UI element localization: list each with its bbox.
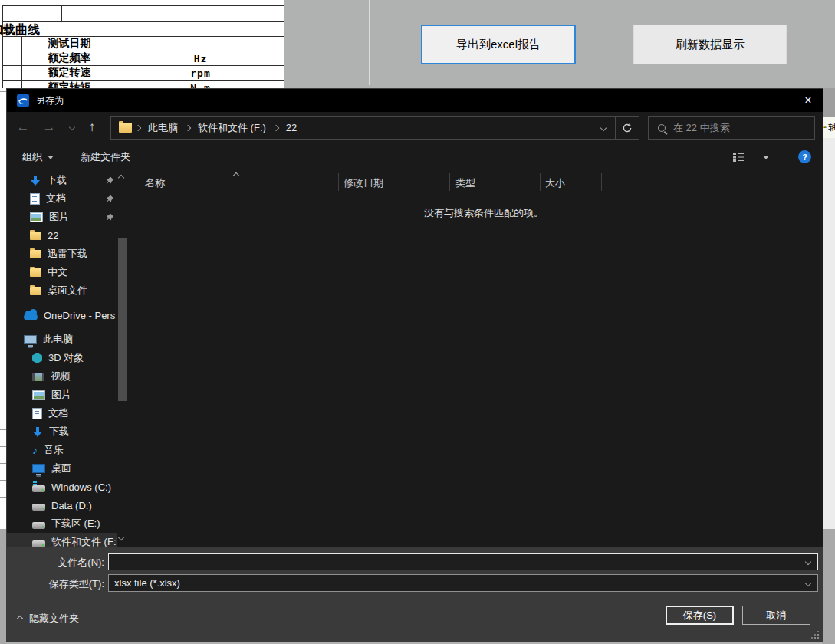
sidebar-item-label: 音乐 xyxy=(44,443,64,457)
search-box[interactable] xyxy=(648,116,815,140)
sheet-cell xyxy=(117,5,173,22)
refresh-icon[interactable] xyxy=(616,117,639,139)
sheet-row-value: rpm xyxy=(117,65,284,80)
chevron-down-icon[interactable] xyxy=(805,558,811,564)
sidebar-item-pictures[interactable]: 图片 xyxy=(7,208,117,226)
grid-line xyxy=(0,91,6,92)
scrollbar-down-icon[interactable] xyxy=(118,534,124,540)
sheet-cell xyxy=(173,5,228,22)
sidebar-item-documents-pc[interactable]: 文档 xyxy=(7,404,117,422)
chevron-up-icon xyxy=(17,616,23,622)
sidebar-item-onedrive[interactable]: OneDrive - Pers xyxy=(7,306,117,324)
address-bar[interactable]: 此电脑 软件和文件 (F:) 22 xyxy=(110,116,639,140)
grid-line xyxy=(0,429,6,430)
folder-icon xyxy=(30,250,41,258)
sort-ascending-icon xyxy=(233,172,239,179)
sidebar-item-music[interactable]: ♪音乐 xyxy=(7,441,117,459)
sidebar-item-drive-c[interactable]: Windows (C:) xyxy=(7,478,117,496)
scrollbar-thumb[interactable] xyxy=(118,238,127,401)
filetype-select[interactable]: xlsx file (*.xlsx) xyxy=(108,574,818,592)
sidebar-item-this-pc[interactable]: 此电脑 xyxy=(7,330,117,349)
sidebar-item-drive-f[interactable]: 软件和文件 (F:) xyxy=(7,533,117,547)
up-icon[interactable]: ↑ xyxy=(82,117,102,137)
hide-folders-button[interactable]: 隐藏文件夹 xyxy=(18,612,79,626)
help-icon[interactable]: ? xyxy=(798,150,811,163)
column-separator[interactable] xyxy=(338,173,339,191)
sidebar-item-3d-objects[interactable]: 3D 对象 xyxy=(7,349,117,367)
address-dropdown-chevron-icon[interactable] xyxy=(592,117,615,139)
sheet-cell xyxy=(2,80,22,88)
resize-grip[interactable] xyxy=(811,631,819,639)
chevron-down-icon[interactable] xyxy=(805,580,811,586)
sidebar-item-downloads-pc[interactable]: 下载 xyxy=(7,422,117,441)
cancel-button[interactable]: 取消 xyxy=(742,606,810,625)
sidebar-item-drive-e[interactable]: 下载区 (E:) xyxy=(7,514,117,533)
sidebar-item-label: 图片 xyxy=(51,388,71,402)
grid-line xyxy=(0,497,6,498)
view-dropdown-chevron-icon[interactable] xyxy=(763,143,769,171)
back-icon[interactable]: ← xyxy=(13,117,33,137)
sidebar-item-label: 软件和文件 (F:) xyxy=(51,535,117,547)
sidebar-item-documents[interactable]: 文档 xyxy=(7,189,117,208)
refresh-data-button[interactable]: 刷新数据显示 xyxy=(633,25,787,64)
chevron-right-icon xyxy=(186,126,190,130)
close-icon[interactable]: × xyxy=(794,89,823,112)
history-chevron-icon[interactable] xyxy=(62,117,82,137)
sidebar-item-label: 文档 xyxy=(46,192,66,205)
sidebar-item-label: OneDrive - Pers xyxy=(44,310,115,321)
download-icon xyxy=(32,427,43,437)
document-icon xyxy=(30,193,40,205)
sidebar-item-folder-22[interactable]: 22 xyxy=(7,226,117,245)
column-header-name[interactable]: 名称 xyxy=(145,176,165,190)
sheet-cell xyxy=(2,36,22,51)
sidebar-item-label: 迅雷下载 xyxy=(48,247,87,261)
sidebar-item-chinese[interactable]: 中文 xyxy=(7,263,117,281)
breadcrumb-item[interactable]: 此电脑 xyxy=(144,121,182,135)
new-folder-label: 新建文件夹 xyxy=(81,150,130,164)
grid-line xyxy=(0,100,6,100)
screen: 加载曲线 测试日期 额定频率 Hz 额定转速 rpm 额定转矩 N.m 导出到e… xyxy=(0,0,835,644)
column-separator[interactable] xyxy=(601,173,602,191)
drive-windows-icon xyxy=(32,485,45,492)
scrollbar-up-icon[interactable] xyxy=(118,175,124,181)
breadcrumb-item[interactable]: 软件和文件 (F:) xyxy=(194,121,270,135)
app-icon xyxy=(17,94,29,107)
save-button[interactable]: 保存(S) xyxy=(666,606,734,625)
new-folder-button[interactable]: 新建文件夹 xyxy=(81,143,130,171)
sidebar-item-desktop[interactable]: 桌面 xyxy=(7,459,117,478)
sheet-row-label: 额定转速 xyxy=(21,65,117,80)
sidebar-item-drive-d[interactable]: Data (D:) xyxy=(7,496,117,514)
sidebar-item-label: Data (D:) xyxy=(51,500,92,511)
view-details-icon[interactable] xyxy=(732,143,745,171)
sidebar-item-downloads[interactable]: 下载 xyxy=(7,171,117,189)
dialog-title: 另存为 xyxy=(36,94,64,107)
column-header-modified[interactable]: 修改日期 xyxy=(344,176,383,190)
forward-icon[interactable]: → xyxy=(39,117,59,137)
filename-input[interactable] xyxy=(108,553,818,570)
sidebar-item-pictures-pc[interactable]: 图片 xyxy=(7,386,117,404)
export-to-excel-button[interactable]: 导出到excel报告 xyxy=(421,25,576,64)
picture-icon xyxy=(32,390,45,400)
folder-icon xyxy=(30,232,41,240)
sidebar-item-videos[interactable]: 视频 xyxy=(7,367,117,386)
panel-divider xyxy=(369,0,370,85)
sidebar-item-label: 22 xyxy=(48,230,58,242)
organize-button[interactable]: 组织 xyxy=(22,143,54,171)
organize-label: 组织 xyxy=(22,150,42,164)
column-separator[interactable] xyxy=(540,173,541,191)
sidebar-item-desktop-files[interactable]: 桌面文件 xyxy=(7,281,117,300)
column-header-type[interactable]: 类型 xyxy=(455,176,475,190)
sheet-title-row xyxy=(2,21,284,37)
sidebar-item-thunder-downloads[interactable]: 迅雷下载 xyxy=(7,245,117,263)
dialog-titlebar[interactable]: 另存为 × xyxy=(7,89,823,112)
chevron-right-icon xyxy=(274,126,278,130)
column-header-size[interactable]: 大小 xyxy=(545,176,565,190)
breadcrumb-item[interactable]: 22 xyxy=(282,122,301,133)
sheet-cell xyxy=(61,5,117,22)
sheet-row-value xyxy=(117,36,284,51)
download-icon xyxy=(30,176,41,186)
search-input[interactable] xyxy=(672,121,814,134)
text-caret xyxy=(113,556,113,567)
column-separator[interactable] xyxy=(449,173,450,191)
search-icon xyxy=(658,124,666,132)
